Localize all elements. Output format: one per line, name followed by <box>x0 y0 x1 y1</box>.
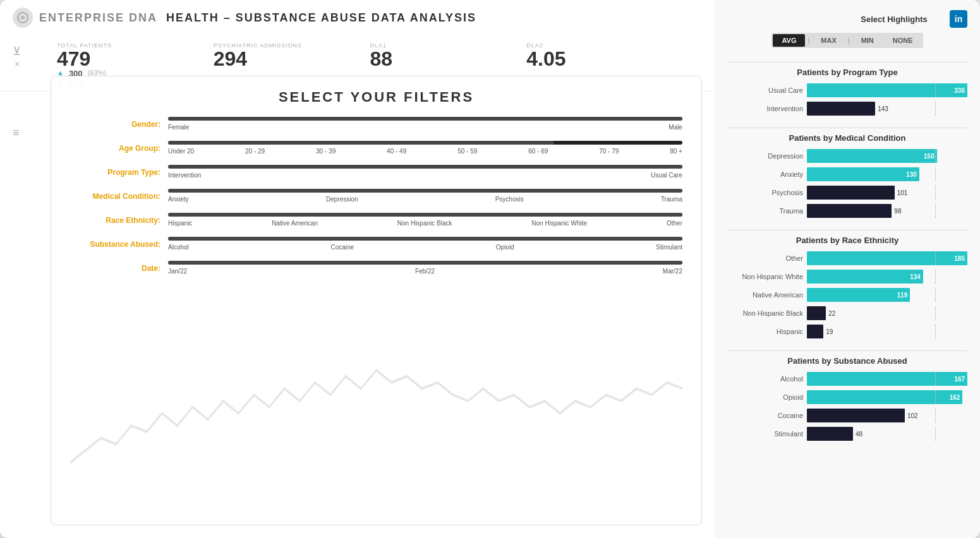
filter-row-date: Date: Jan/22 Feb/22 Mar/22 <box>70 261 682 276</box>
bar-row-psychosis: Psychosis 101 <box>727 186 967 200</box>
program-type-title: Patients by Program Type <box>727 62 967 77</box>
bar-row-opioid: Opioid 162 <box>727 390 967 404</box>
highlight-avg-btn[interactable]: AVG <box>773 34 805 47</box>
substance-track[interactable] <box>168 237 682 241</box>
filter-row-program: Program Type: Intervention Usual Care <box>70 165 682 180</box>
dashboard: ENTERPRISE DNA HEALTH – SUBSTANCE ABUSE … <box>0 0 980 538</box>
substance-abused-title: Patients by Substance Abused <box>727 350 967 366</box>
bar-row-native-american: Native American 119 <box>727 288 967 302</box>
bar-row-non-hispanic-black: Non Hispanic Black 22 <box>727 306 967 320</box>
bar-row-usual-care: Usual Care 336 <box>727 83 967 97</box>
right-panel: Select Highlights in AVG | MAX | MIN NON… <box>715 0 980 538</box>
substance-abused-chart: Alcohol 167 Opioid 162 Cocaine <box>727 372 967 445</box>
medical-condition-title: Patients by Medical Condition <box>727 128 967 143</box>
medical-condition-chart: Depression 150 Anxiety 130 Psy <box>727 149 967 222</box>
program-track[interactable] <box>168 165 682 169</box>
highlight-min-btn[interactable]: MIN <box>852 34 883 47</box>
bar-row-depression: Depression 150 <box>727 149 967 163</box>
filter-row-age: Age Group: Under 20 20 - 29 30 - 39 40 -… <box>70 141 682 156</box>
main-panel: ENTERPRISE DNA HEALTH – SUBSTANCE ABUSE … <box>0 0 715 538</box>
filter-row-race: Race Ethnicity: Hispanic Native American… <box>70 213 682 228</box>
program-type-chart: Usual Care 336 Intervention 143 <box>727 83 967 120</box>
bar-row-trauma: Trauma 98 <box>727 204 967 218</box>
filter-row-gender: Gender: Female Male <box>70 117 682 132</box>
sidebar-collapse-icon[interactable]: ≡ <box>13 126 20 140</box>
highlights-header: Select Highlights in <box>727 10 967 28</box>
bar-row-stimulant: Stimulant 48 <box>727 427 967 441</box>
race-ethnicity-title: Patients by Race Ethnicity <box>727 230 967 245</box>
date-track[interactable] <box>168 261 682 265</box>
filter-icon[interactable]: ⊻ <box>13 44 21 58</box>
header-title: ENTERPRISE DNA HEALTH – SUBSTANCE ABUSE … <box>39 11 476 25</box>
race-track[interactable] <box>168 213 682 217</box>
filter-row-substance: Substance Abused: Alcohol Cocaine Opioid… <box>70 237 682 252</box>
bar-row-anxiety: Anxiety 130 <box>727 167 967 181</box>
filter-modal: SELECT YOUR FILTERS Gender: Female Male … <box>51 76 702 525</box>
background-chart <box>70 290 682 512</box>
filter-modal-title: SELECT YOUR FILTERS <box>70 89 682 105</box>
gender-track[interactable] <box>168 117 682 121</box>
header: ENTERPRISE DNA HEALTH – SUBSTANCE ABUSE … <box>0 0 715 33</box>
highlight-none-btn[interactable]: NONE <box>884 34 922 47</box>
age-track[interactable] <box>168 141 682 145</box>
medical-track[interactable] <box>168 189 682 193</box>
bar-row-other: Other 185 <box>727 251 967 265</box>
filter-clear-icon[interactable]: ✕ <box>15 61 20 68</box>
highlight-buttons: AVG | MAX | MIN NONE <box>771 33 923 48</box>
bar-row-cocaine: Cocaine 102 <box>727 409 967 422</box>
linkedin-icon[interactable]: in <box>950 10 967 28</box>
race-ethnicity-chart: Other 185 Non Hispanic White 134 <box>727 251 967 343</box>
logo-icon <box>13 8 33 28</box>
highlight-max-btn[interactable]: MAX <box>812 34 845 47</box>
bar-row-non-hispanic-white: Non Hispanic White 134 <box>727 270 967 284</box>
filter-icon-area: ⊻ ✕ <box>13 44 21 68</box>
filter-row-medical: Medical Condition: Anxiety Depression Ps… <box>70 189 682 204</box>
bar-row-intervention: Intervention 143 <box>727 102 967 116</box>
bar-row-hispanic: Hispanic 19 <box>727 325 967 338</box>
highlights-title: Select Highlights <box>838 15 950 24</box>
bar-row-alcohol: Alcohol 167 <box>727 372 967 386</box>
